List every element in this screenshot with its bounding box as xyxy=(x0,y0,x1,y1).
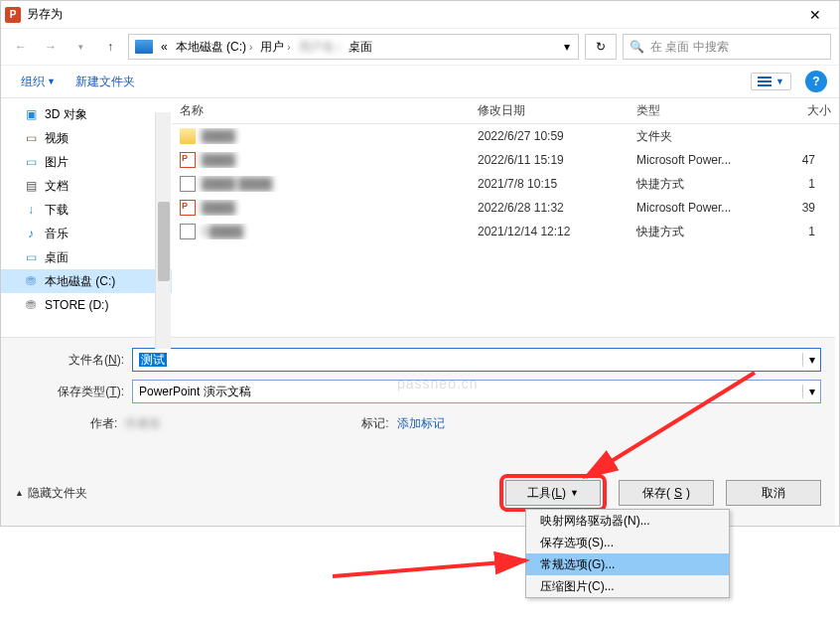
nav-back-button[interactable]: ← xyxy=(9,35,33,59)
filetype-select[interactable]: PowerPoint 演示文稿 ▾ xyxy=(132,380,821,403)
save-as-dialog: P 另存为 ✕ ← → ▾ ↑ « 本地磁盘 (C:)› 用户› 用户名› 桌面… xyxy=(0,0,840,527)
file-name: ████ ████ xyxy=(202,177,272,191)
svg-rect-0 xyxy=(758,77,771,78)
tag-label: 标记: xyxy=(361,415,388,432)
file-type: Microsoft Power... xyxy=(629,201,768,215)
dialog-title: 另存为 xyxy=(27,6,63,23)
column-size[interactable]: 大小 xyxy=(768,102,839,119)
column-type[interactable]: 类型 xyxy=(629,102,768,119)
file-type: Microsoft Power... xyxy=(629,153,768,167)
menu-save-options[interactable]: 保存选项(S)... xyxy=(526,532,729,553)
new-folder-button[interactable]: 新建文件夹 xyxy=(68,70,143,94)
sidebar-item[interactable]: ⛃STORE (D:) xyxy=(1,293,172,317)
powerpoint-icon: P xyxy=(5,7,21,23)
ppt-icon xyxy=(180,200,196,216)
close-button[interactable]: ✕ xyxy=(795,7,835,23)
file-date: 2021/7/8 10:15 xyxy=(470,177,629,191)
tools-button[interactable]: 工具(L) ▼ xyxy=(505,480,601,506)
sidebar-item-label: 视频 xyxy=(45,130,69,147)
sidebar-item[interactable]: ▣3D 对象 xyxy=(1,102,172,126)
annotation-arrow-icon xyxy=(328,546,546,586)
save-button[interactable]: 保存(S) xyxy=(619,480,714,506)
filename-input[interactable]: 测试 ▾ xyxy=(132,348,821,372)
path-segment[interactable]: 用户› xyxy=(256,39,294,56)
explorer-body: ▣3D 对象▭视频▭图片▤文档↓下载♪音乐▭桌面⛃本地磁盘 (C:)⛃STORE… xyxy=(1,98,839,337)
sidebar-item[interactable]: ♪音乐 xyxy=(1,222,172,245)
sidebar-item[interactable]: ▤文档 xyxy=(1,174,172,198)
sidebar-item[interactable]: ▭视频 xyxy=(1,126,172,150)
table-row[interactable]: ████ ████2021/7/8 10:15快捷方式1 xyxy=(172,172,839,196)
filename-label: 文件名(N): xyxy=(15,352,132,369)
save-panel: 文件名(N): 测试 ▾ 保存类型(T): PowerPoint 演示文稿 ▾ … xyxy=(1,337,835,526)
organize-button[interactable]: 组织▼ xyxy=(13,70,64,94)
folder-icon xyxy=(180,128,196,144)
file-name: ████ xyxy=(202,153,235,167)
address-dropdown-button[interactable]: ▾ xyxy=(558,40,576,54)
path-segment[interactable]: 本地磁盘 (C:)› xyxy=(172,39,257,56)
svg-rect-2 xyxy=(758,84,771,86)
table-row[interactable]: ████2022/6/11 15:19Microsoft Power...47 xyxy=(172,148,839,172)
hide-folders-toggle[interactable]: ▲隐藏文件夹 xyxy=(15,485,87,502)
refresh-button[interactable]: ↻ xyxy=(585,34,617,60)
sidebar-item-label: 下载 xyxy=(45,202,69,219)
nav-recent-button[interactable]: ▾ xyxy=(69,35,92,59)
filetype-dropdown-button[interactable]: ▾ xyxy=(802,385,820,398)
help-button[interactable]: ? xyxy=(805,71,827,92)
file-size: 1 xyxy=(768,177,839,191)
menu-map-drive[interactable]: 映射网络驱动器(N)... xyxy=(526,510,729,532)
sidebar-item-label: 音乐 xyxy=(45,226,69,242)
author-value[interactable]: 作者名 xyxy=(125,415,214,432)
filetype-label: 保存类型(T): xyxy=(15,384,132,400)
file-list-header: 名称 修改日期 类型 大小 xyxy=(172,98,839,124)
author-label: 作者: xyxy=(90,415,117,432)
nav-up-button[interactable]: ↑ xyxy=(98,35,122,59)
image-icon: ▭ xyxy=(23,154,39,170)
tag-input[interactable]: 添加标记 xyxy=(397,415,445,432)
address-bar[interactable]: « 本地磁盘 (C:)› 用户› 用户名› 桌面 ▾ xyxy=(128,34,579,60)
sidebar-item-label: 本地磁盘 (C:) xyxy=(45,273,115,290)
sidebar-item-label: 文档 xyxy=(45,178,69,195)
sidebar-item-label: STORE (D:) xyxy=(45,298,108,312)
column-name[interactable]: 名称 xyxy=(172,102,470,119)
path-segment[interactable]: 桌面 xyxy=(345,39,376,56)
table-row[interactable]: E████2021/12/14 12:12快捷方式1 xyxy=(172,220,839,243)
sidebar-item[interactable]: ↓下载 xyxy=(1,198,172,222)
table-row[interactable]: ████2022/6/28 11:32Microsoft Power...39 xyxy=(172,196,839,220)
cancel-button[interactable]: 取消 xyxy=(726,480,821,506)
sidebar-item[interactable]: ▭桌面 xyxy=(1,245,172,269)
file-size: 39 xyxy=(768,201,839,215)
toolbar: 组织▼ 新建文件夹 ▼ ? xyxy=(1,65,839,98)
filename-dropdown-button[interactable]: ▾ xyxy=(802,353,820,367)
disk-icon: ⛃ xyxy=(23,297,39,313)
file-date: 2021/12/14 12:12 xyxy=(470,225,629,238)
path-segment[interactable]: 用户名› xyxy=(295,39,345,56)
sidebar-item[interactable]: ▭图片 xyxy=(1,150,172,174)
file-date: 2022/6/11 15:19 xyxy=(470,153,629,167)
view-mode-button[interactable]: ▼ xyxy=(751,73,791,90)
menu-compress-pictures[interactable]: 压缩图片(C)... xyxy=(526,575,729,597)
sidebar-item[interactable]: ⛃本地磁盘 (C:) xyxy=(1,269,172,293)
sidebar-scrollbar[interactable] xyxy=(155,112,171,349)
file-size: 1 xyxy=(768,225,839,238)
sidebar-item-label: 3D 对象 xyxy=(45,106,87,123)
svg-line-4 xyxy=(333,560,526,576)
sidebar-item-label: 桌面 xyxy=(45,249,69,266)
menu-general-options[interactable]: 常规选项(G)... xyxy=(526,553,729,575)
tools-highlight-box: 工具(L) ▼ xyxy=(499,474,607,512)
file-name: E████ xyxy=(202,225,243,238)
search-input[interactable]: 🔍 在 桌面 中搜索 xyxy=(623,34,831,60)
file-date: 2022/6/28 11:32 xyxy=(470,201,629,215)
file-name: ████ xyxy=(202,201,235,215)
file-name: ████ xyxy=(202,129,235,143)
file-type: 快捷方式 xyxy=(629,176,768,193)
cube-icon: ▣ xyxy=(23,106,39,122)
table-row[interactable]: ████2022/6/27 10:59文件夹 xyxy=(172,124,839,148)
doc-icon: ▤ xyxy=(23,178,39,194)
svg-rect-1 xyxy=(758,80,771,82)
search-icon: 🔍 xyxy=(630,40,644,54)
scrollbar-thumb[interactable] xyxy=(158,202,170,281)
lnk-icon xyxy=(180,224,196,239)
tools-menu: 映射网络驱动器(N)... 保存选项(S)... 常规选项(G)... 压缩图片… xyxy=(525,509,730,598)
column-date[interactable]: 修改日期 xyxy=(470,102,629,119)
file-date: 2022/6/27 10:59 xyxy=(470,129,629,143)
